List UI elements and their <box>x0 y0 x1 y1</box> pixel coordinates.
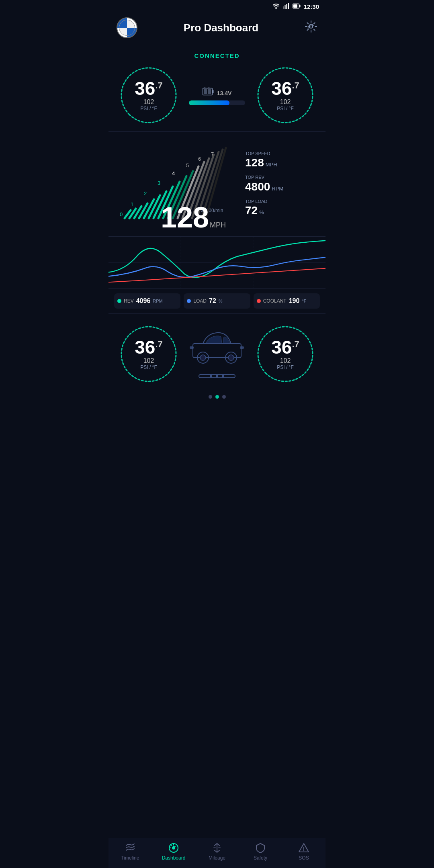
top-load-unit: % <box>259 209 264 215</box>
second-left-gauge-value: 36.7 102 PSI / °F <box>135 338 163 370</box>
page-dot-2[interactable] <box>215 395 219 399</box>
right-gauge-sub: 102 <box>271 98 299 106</box>
coolant-dot <box>257 299 261 303</box>
svg-rect-4 <box>288 3 289 9</box>
top-speed-stat: TOP SPEED 128 MPH <box>245 151 321 169</box>
data-badges: REV 4096 RPM LOAD 72 % COOLANT 190 °F <box>108 289 326 313</box>
left-gauge: // We'll draw this statically with dashe… <box>117 63 181 127</box>
svg-text:3: 3 <box>158 180 160 186</box>
second-gauge-section: 36.7 102 PSI / °F <box>108 314 326 390</box>
stats-panel: TOP SPEED 128 MPH TOP REV 4800 RPM <box>245 136 326 232</box>
load-badge-label: LOAD <box>193 298 207 304</box>
left-gauge-big: 36.7 <box>135 79 163 98</box>
status-bar: 12:30 <box>108 0 326 13</box>
svg-rect-3 <box>286 4 287 9</box>
connected-section: CONNECTED // We'll draw this statically … <box>108 44 326 131</box>
wifi-icon <box>272 3 280 10</box>
page-dot-3[interactable] <box>222 395 226 399</box>
top-speed-unit: MPH <box>266 162 277 168</box>
coolant-badge-label: COOLANT <box>263 298 287 304</box>
top-gauge-row: // We'll draw this statically with dashe… <box>117 63 317 127</box>
left-gauge-value: 36.7 102 PSI / °F <box>135 79 163 111</box>
rev-badge: REV 4096 RPM <box>114 293 180 309</box>
load-dot <box>187 299 191 303</box>
page-dots <box>108 390 326 401</box>
top-load-stat: TOP LOAD 72 % <box>245 199 321 217</box>
battery-section: 13.4V <box>189 85 245 105</box>
top-speed-value: 128 <box>245 156 264 169</box>
svg-rect-53 <box>193 344 241 358</box>
svg-rect-59 <box>190 346 194 349</box>
car-svg <box>189 326 245 366</box>
svg-text:128: 128 <box>161 201 209 232</box>
svg-rect-13 <box>204 89 207 94</box>
coolant-badge-value: 190 <box>289 297 300 305</box>
svg-point-0 <box>275 7 277 9</box>
svg-text:2: 2 <box>144 190 147 197</box>
page-dot-1[interactable] <box>209 395 212 399</box>
svg-line-31 <box>139 203 147 218</box>
svg-rect-58 <box>240 346 244 349</box>
settings-icon[interactable] <box>305 20 317 36</box>
page-title: Pro Dashboard <box>184 22 258 34</box>
svg-text:1: 1 <box>131 201 133 207</box>
svg-rect-7 <box>293 4 297 8</box>
svg-text:5: 5 <box>186 162 189 168</box>
load-badge-unit: % <box>219 299 223 303</box>
second-right-gauge-value: 36.7 102 PSI / °F <box>271 338 299 370</box>
left-gauge-sub: 102 <box>135 98 163 106</box>
svg-rect-12 <box>213 90 214 93</box>
battery-bar-fill <box>189 100 229 105</box>
top-speed-label: TOP SPEED <box>245 151 277 156</box>
battery-bar <box>189 100 245 105</box>
time-display: 12:30 <box>304 3 319 10</box>
svg-rect-14 <box>208 89 211 94</box>
svg-rect-6 <box>299 5 301 7</box>
coolant-badge: COOLANT 190 °F <box>254 293 320 309</box>
battery-status-icon <box>293 3 301 10</box>
load-badge: LOAD 72 % <box>184 293 250 309</box>
svg-point-62 <box>216 375 218 377</box>
rev-badge-label: REV <box>124 298 134 304</box>
coolant-badge-unit: °F <box>302 299 306 303</box>
svg-point-63 <box>222 375 224 377</box>
svg-point-57 <box>228 355 234 360</box>
second-left-gauge: 36.7 102 PSI / °F <box>117 322 181 386</box>
rev-badge-value: 4096 <box>136 297 151 305</box>
second-right-gauge: 36.7 102 PSI / °F <box>253 322 317 386</box>
left-gauge-unit: PSI / °F <box>135 106 163 111</box>
rpm-bars-svg: 0 1 2 3 4 5 6 7 x1000/min <box>108 136 229 232</box>
load-badge-value: 72 <box>209 297 216 305</box>
signal-icon <box>283 3 289 10</box>
chart-area <box>108 236 326 289</box>
svg-text:0: 0 <box>120 211 123 217</box>
main-content: 12:30 Pro Dashboard CONNECTED <box>108 0 326 433</box>
svg-text:4: 4 <box>172 170 175 176</box>
chart-svg <box>108 237 326 288</box>
rpm-gauge-area: 0 1 2 3 4 5 6 7 x1000/min <box>108 136 245 232</box>
speed-section: 0 1 2 3 4 5 6 7 x1000/min <box>108 136 326 232</box>
connected-label: CONNECTED <box>117 52 317 59</box>
top-rev-stat: TOP REV 4800 RPM <box>245 175 321 193</box>
rev-badge-unit: RPM <box>153 299 162 303</box>
top-load-label: TOP LOAD <box>245 199 267 204</box>
car-bar-icon <box>197 371 237 381</box>
svg-point-61 <box>210 375 212 377</box>
top-rev-value: 4800 <box>245 180 270 193</box>
top-rev-unit: RPM <box>272 186 283 192</box>
right-gauge: 36.7 102 PSI / °F <box>253 63 317 127</box>
svg-text:MPH: MPH <box>210 221 226 229</box>
right-gauge-unit: PSI / °F <box>271 106 299 111</box>
svg-text:6: 6 <box>198 156 201 162</box>
svg-rect-2 <box>285 5 286 9</box>
battery-voltage: 13.4V <box>217 85 232 98</box>
top-load-value: 72 <box>245 204 258 217</box>
rev-dot <box>117 299 121 303</box>
car-illustration <box>189 326 245 383</box>
battery-icon <box>203 87 214 96</box>
top-rev-label: TOP REV <box>245 175 283 180</box>
svg-rect-1 <box>283 6 284 9</box>
right-gauge-big: 36.7 <box>271 79 299 98</box>
app-header: Pro Dashboard <box>108 13 326 44</box>
svg-point-55 <box>200 355 206 360</box>
